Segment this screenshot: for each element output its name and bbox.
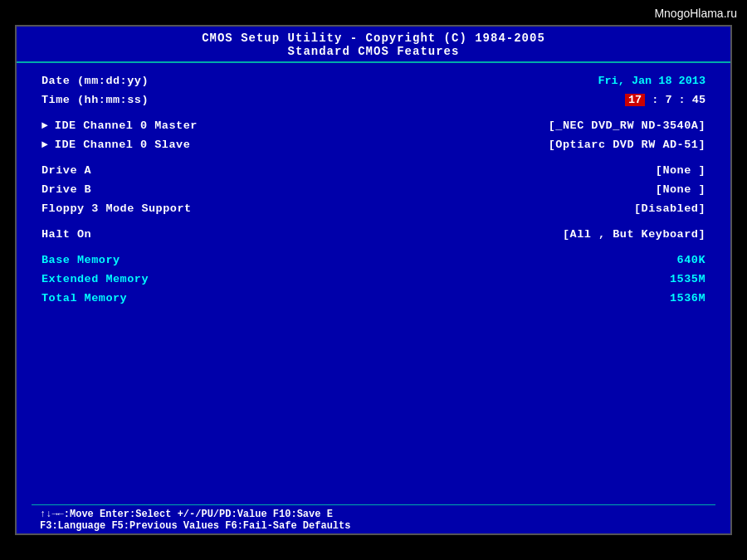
footer-line1: ↑↓→←:Move Enter:Select +/-/PU/PD:Value F… (40, 509, 333, 520)
date-row: Date (mm:dd:yy) Fri, Jan 18 2013 (42, 71, 706, 90)
footer-bar: ↑↓→←:Move Enter:Select +/-/PU/PD:Value F… (32, 504, 715, 533)
ide0-label: IDE Channel 0 Master (55, 119, 198, 132)
ext-memory-row: Extended Memory 1535M (42, 270, 706, 289)
base-memory-label: Base Memory (42, 254, 120, 266)
ext-memory-label: Extended Memory (42, 273, 149, 285)
date-label: Date (mm:dd:yy) (42, 75, 149, 87)
time-label: Time (hh:mm:ss) (42, 94, 149, 106)
footer-row2: F3:Language F5:Previous Values F6:Fail-S… (40, 520, 707, 532)
halt-row: Halt On [All , But Keyboard] (42, 225, 706, 244)
driveB-label: Drive B (42, 183, 91, 196)
ide0-label-group: ► IDE Channel 0 Master (42, 119, 198, 132)
halt-value: [All , But Keyboard] (563, 228, 706, 241)
time-row: Time (hh:mm:ss) 17 : 7 : 45 (42, 90, 706, 110)
content-area: Date (mm:dd:yy) Fri, Jan 18 2013 Time (h… (17, 63, 730, 316)
ide1-row: ► IDE Channel 0 Slave [Optiarc DVD RW AD… (42, 135, 706, 154)
header-bar: CMOS Setup Utility - Copyright (C) 1984-… (17, 27, 730, 62)
date-value: Fri, Jan 18 2013 (598, 75, 706, 87)
total-memory-row: Total Memory 1536M (42, 289, 706, 308)
bios-screen: CMOS Setup Utility - Copyright (C) 1984-… (15, 25, 732, 535)
ide1-label: IDE Channel 0 Slave (55, 139, 190, 151)
watermark: MnogoHlama.ru (654, 7, 737, 20)
header-subtitle: Standard CMOS Features (25, 45, 722, 58)
ext-memory-value: 1535M (670, 273, 706, 285)
footer-line2: F3:Language F5:Previous Values F6:Fail-S… (40, 520, 350, 532)
base-memory-row: Base Memory 640K (42, 251, 706, 270)
floppy-row: Floppy 3 Mode Support [Disabled] (42, 199, 706, 218)
driveB-value: [None ] (656, 183, 706, 196)
floppy-value: [Disabled] (634, 202, 706, 215)
time-rest: : 7 : 45 (652, 94, 706, 106)
time-hour: 17 (625, 94, 645, 106)
ide1-arrow: ► (42, 139, 48, 151)
driveA-value: [None ] (656, 164, 706, 177)
driveB-row: Drive B [None ] (42, 180, 706, 199)
header-title: CMOS Setup Utility - Copyright (C) 1984-… (25, 32, 722, 45)
driveA-label: Drive A (42, 164, 91, 177)
halt-label: Halt On (42, 228, 91, 241)
total-memory-label: Total Memory (42, 292, 127, 304)
base-memory-value: 640K (677, 254, 706, 266)
ide1-value: [Optiarc DVD RW AD-51] (549, 139, 706, 151)
driveA-row: Drive A [None ] (42, 161, 706, 180)
ide0-arrow: ► (42, 119, 48, 132)
ide1-label-group: ► IDE Channel 0 Slave (42, 139, 190, 151)
footer-row1: ↑↓→←:Move Enter:Select +/-/PU/PD:Value F… (40, 509, 707, 520)
total-memory-value: 1536M (670, 292, 706, 304)
ide0-row: ► IDE Channel 0 Master [_NEC DVD_RW ND-3… (42, 116, 706, 135)
time-value: 17 : 7 : 45 (625, 94, 706, 106)
ide0-value: [_NEC DVD_RW ND-3540A] (549, 119, 706, 132)
floppy-label: Floppy 3 Mode Support (42, 202, 192, 215)
